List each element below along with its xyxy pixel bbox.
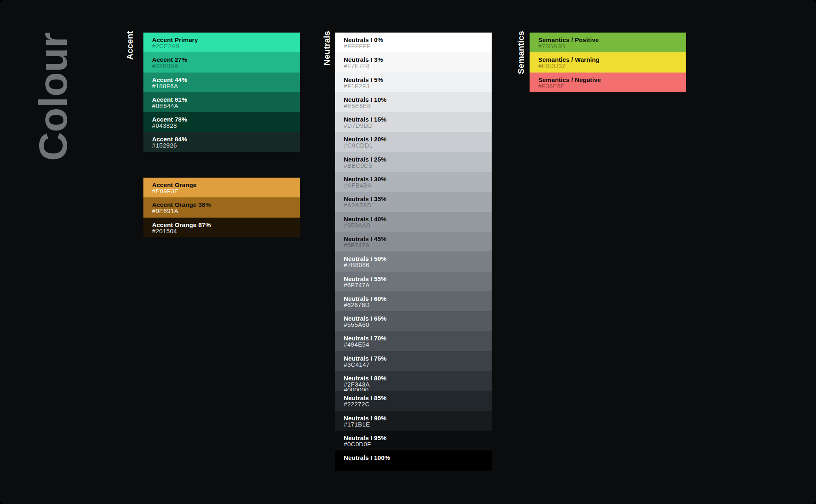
swatch-hex: #6F747A (344, 243, 370, 248)
swatch-hex: #188F6A (152, 84, 178, 89)
swatch-accent-61: Accent 61%#0E644A (143, 92, 300, 112)
swatch-accent-78: Accent 78%#043828 (143, 112, 300, 132)
swatch-semantics-negative: Semantics / Negative#F36E6E (530, 73, 686, 92)
swatch-hex: #0C0D0F (344, 442, 371, 447)
swatch-hex: #9E691A (152, 209, 178, 214)
swatch-hex: #22B98A (152, 63, 178, 69)
swatch-neutrals-i-95: Neutrals I 95%#0C0D0F (335, 431, 492, 450)
swatch-neutrals-i-60: Neutrals I 60%#62676D (335, 291, 492, 311)
swatch-hex: #043828 (152, 123, 177, 129)
semantics-block-1: Semantics / Positive#78BA3BSemantics / W… (530, 33, 686, 92)
swatch-neutrals-i-45: Neutrals I 45%#6F747A (335, 232, 492, 251)
swatch-name: Neutrals I 100% (344, 454, 390, 461)
swatch-hex: #F36E6E (538, 84, 565, 89)
page-title: Colour (35, 32, 71, 161)
swatch-neutrals-i-50: Neutrals I 50%#7B8086 (335, 251, 492, 271)
swatch-hex: #E5E6E8 (344, 103, 370, 109)
swatch-hex: #959AA0 (344, 223, 370, 228)
swatch-hex: #A2A7AD (344, 203, 372, 208)
swatch-hex: #2CE2A9 (152, 44, 179, 49)
accent-block-2: Accent Orange#E09F3EAccent Orange 38%#9E… (143, 178, 300, 237)
swatch-hex: #7B8086 (344, 263, 369, 268)
swatch-neutrals-i-85: Neutrals I 85%#22272C (335, 391, 492, 410)
swatch-neutrals-i-30: Neutrals I 30%#AFB4BA (335, 172, 492, 192)
swatch-accent-44: Accent 44%#188F6A (143, 73, 300, 92)
swatch-neutrals-i-100: Neutrals I 100% (335, 450, 492, 470)
swatch-hex: #BBC0C5 (344, 163, 372, 169)
swatch-neutrals-i-90: Neutrals I 90%#171B1E (335, 411, 492, 431)
swatch-neutrals-i-5: Neutrals I 5%#F1F2F3 (335, 73, 492, 92)
swatch-name: Neutrals I 55% (344, 275, 387, 282)
section-label-semantics: Semantics (516, 31, 526, 74)
swatch-semantics-warning: Semantics / Warning#F0DD32 (530, 52, 686, 72)
colour-style-guide-page: Colour AccentAccent Primary#2CE2A9Accent… (0, 0, 816, 504)
swatch-neutrals-i-20: Neutrals I 20%#C9CDD1 (335, 132, 492, 152)
swatch-hex: #E09F3E (152, 189, 179, 194)
swatch-neutrals-i-25: Neutrals I 25%#BBC0C5 (335, 152, 492, 172)
swatch-hex: #F1F2F3 (344, 84, 370, 89)
swatch-accent-84: Accent 84%#152926 (143, 132, 300, 152)
swatch-hex: #171B1E (344, 422, 370, 427)
swatch-accent-orange-38: Accent Orange 38%#9E691A (143, 197, 300, 217)
neutrals-block-1: Neutrals I 0%#FFFFFFNeutrals I 3%#F7F7F8… (335, 33, 492, 471)
swatch-neutrals-i-70: Neutrals I 70%#494E54 (335, 331, 492, 351)
swatch-neutrals-i-80: Neutrals I 80%#2F343A#000000 (335, 371, 492, 391)
swatch-hex: #62676D (344, 302, 370, 308)
swatch-neutrals-i-55: Neutrals I 55%#6F747A (335, 272, 492, 291)
swatch-hex: #152926 (152, 143, 177, 148)
swatch-neutrals-i-75: Neutrals I 75%#3C4147 (335, 351, 492, 371)
swatch-neutrals-i-0: Neutrals I 0%#FFFFFF (335, 33, 492, 52)
swatch-hex: #F7F7F8 (344, 63, 370, 69)
section-label-neutrals: Neutrals (322, 31, 332, 66)
swatch-hex: #6F747A (344, 283, 370, 288)
swatch-hex: #FFFFFF (344, 44, 370, 49)
swatch-hex: #3C4147 (344, 362, 370, 368)
swatch-hex: #AFB4BA (344, 183, 372, 188)
swatch-hex: #78BA3B (538, 44, 565, 49)
swatch-accent-primary: Accent Primary#2CE2A9 (143, 33, 300, 52)
accent-block-1: Accent Primary#2CE2A9Accent 27%#22B98AAc… (143, 33, 300, 152)
swatch-neutrals-i-15: Neutrals I 15%#D7D9DD (335, 112, 492, 132)
swatch-hex: #555A60 (344, 322, 369, 328)
swatch-hex: #22272C (344, 402, 370, 407)
swatch-hex: #494E54 (344, 342, 369, 347)
swatch-accent-27: Accent 27%#22B98A (143, 52, 300, 72)
swatch-neutrals-i-35: Neutrals I 35%#A2A7AD (335, 192, 492, 211)
swatch-neutrals-i-3: Neutrals I 3%#F7F7F8 (335, 52, 492, 72)
swatch-hex: #201504 (152, 229, 177, 234)
swatch-semantics-positive: Semantics / Positive#78BA3B (530, 33, 686, 52)
section-label-accent: Accent (125, 31, 135, 60)
swatch-hex: #F0DD32 (538, 63, 565, 69)
swatch-hex: #0E644A (152, 103, 178, 109)
swatch-neutrals-i-65: Neutrals I 65%#555A60 (335, 311, 492, 331)
swatch-hex: #D7D9DD (344, 123, 373, 129)
swatch-accent-orange-87: Accent Orange 87%#201504 (143, 218, 300, 237)
swatch-accent-orange: Accent Orange#E09F3E (143, 178, 300, 197)
swatch-neutrals-i-40: Neutrals I 40%#959AA0 (335, 212, 492, 232)
swatch-hex: #C9CDD1 (344, 143, 373, 148)
swatch-neutrals-i-10: Neutrals I 10%#E5E6E8 (335, 92, 492, 112)
